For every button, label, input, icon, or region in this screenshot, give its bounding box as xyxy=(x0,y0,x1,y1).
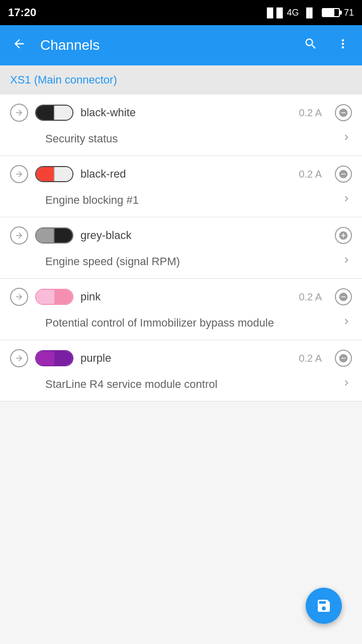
channel-row: black-red 0.2 A xyxy=(0,156,362,192)
back-button[interactable] xyxy=(8,33,30,58)
channel-row: black-white 0.2 A xyxy=(0,95,362,131)
arrow-circle-icon xyxy=(10,165,28,183)
search-button[interactable] xyxy=(300,33,322,58)
section-header: XS1 (Main connector) xyxy=(0,65,362,95)
channel-name: pink xyxy=(80,290,292,303)
status-icons: ▐▌█ 4G ▐▌ 71 xyxy=(263,8,354,18)
app-bar: Channels xyxy=(0,25,362,65)
chevron-right-icon xyxy=(341,192,352,208)
time: 17:20 xyxy=(8,6,36,19)
battery-level: 71 xyxy=(344,8,354,18)
sub-label: Security status xyxy=(45,132,118,145)
channel-item: black-white 0.2 A Security status xyxy=(0,95,362,156)
channel-row: purple 0.2 A xyxy=(0,340,362,376)
channel-row: grey-black xyxy=(0,217,362,254)
channel-item: purple 0.2 A StarLine R4 service module … xyxy=(0,340,362,401)
minus-icon[interactable] xyxy=(335,104,352,121)
channel-name: black-white xyxy=(80,106,292,119)
save-icon xyxy=(316,598,332,614)
status-bar: 17:20 ▐▌█ 4G ▐▌ 71 xyxy=(0,0,362,25)
minus-icon[interactable] xyxy=(335,350,352,367)
minus-icon[interactable] xyxy=(335,288,352,305)
sub-label: Engine blocking #1 xyxy=(45,194,139,207)
channels-list: black-white 0.2 A Security status black-… xyxy=(0,95,362,401)
sub-label-row[interactable]: Potential control of Immobilizer bypass … xyxy=(0,315,362,340)
arrow-circle-icon xyxy=(10,226,28,245)
channel-item: black-red 0.2 A Engine blocking #1 xyxy=(0,156,362,217)
arrow-circle-icon xyxy=(10,104,28,122)
minus-icon[interactable] xyxy=(335,166,352,183)
arrow-circle-icon xyxy=(10,288,28,306)
channel-ampere: 0.2 A xyxy=(299,353,322,364)
channel-name: black-red xyxy=(80,168,292,181)
more-menu-button[interactable] xyxy=(332,33,354,58)
sub-label-row[interactable]: Engine speed (signal RPM) xyxy=(0,254,362,278)
signal-icon: ▐▌█ xyxy=(263,8,283,18)
sub-label: Engine speed (signal RPM) xyxy=(45,255,180,268)
chevron-right-icon xyxy=(341,131,352,146)
sub-label: Potential control of Immobilizer bypass … xyxy=(45,316,274,330)
save-fab[interactable] xyxy=(306,588,342,624)
channel-item: grey-black Engine speed (signal RPM) xyxy=(0,217,362,279)
chevron-right-icon xyxy=(341,254,352,269)
arrow-circle-icon xyxy=(10,349,28,367)
chevron-right-icon xyxy=(341,376,352,392)
channel-ampere: 0.2 A xyxy=(299,291,322,303)
channel-row: pink 0.2 A xyxy=(0,279,362,315)
channel-ampere: 0.2 A xyxy=(299,107,322,119)
channel-name: purple xyxy=(80,352,292,365)
page-title: Channels xyxy=(40,37,290,53)
chevron-right-icon xyxy=(341,315,352,331)
channel-name: grey-black xyxy=(80,229,328,242)
sub-label-row[interactable]: Engine blocking #1 xyxy=(0,192,362,217)
channel-ampere: 0.2 A xyxy=(299,169,322,180)
sub-label-row[interactable]: StarLine R4 service module control xyxy=(0,376,362,401)
battery-fill xyxy=(323,9,334,16)
channel-item: pink 0.2 A Potential control of Immobili… xyxy=(0,279,362,340)
network-type: 4G xyxy=(287,8,299,18)
signal2-icon: ▐▌ xyxy=(303,8,316,18)
sub-label: StarLine R4 service module control xyxy=(45,378,217,391)
sub-label-row[interactable]: Security status xyxy=(0,131,362,155)
battery-icon xyxy=(322,8,340,17)
plus-icon[interactable] xyxy=(335,227,352,244)
